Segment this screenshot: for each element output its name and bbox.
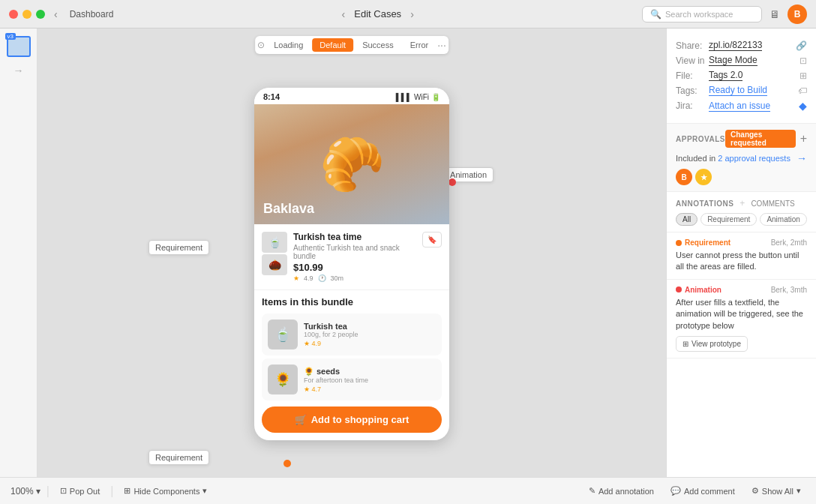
tag-name[interactable]: Ready to Build bbox=[709, 85, 767, 96]
product-title: Turkish tea time bbox=[293, 232, 416, 242]
view-row: View in Stage Mode ⊡ bbox=[676, 55, 807, 66]
bookmark-button[interactable]: 🔖 bbox=[422, 232, 442, 248]
user-avatar[interactable]: B bbox=[788, 4, 807, 24]
canvas-area: ⊙ Loading Default Success Error ··· Requ… bbox=[38, 28, 666, 477]
annotations-header: ANNOTATIONS + COMMENTS bbox=[676, 198, 807, 208]
loading-icon: ⊙ bbox=[257, 40, 265, 50]
req-dot-1 bbox=[676, 240, 682, 246]
stars-icon: ★ bbox=[293, 274, 299, 282]
filter-tab-animation[interactable]: Animation bbox=[760, 213, 806, 226]
jira-action[interactable]: Attach an issue bbox=[709, 100, 770, 112]
requirement-annotation-bottom: Requirement bbox=[148, 450, 209, 465]
bundle-item-img-2: 🌻 bbox=[268, 364, 298, 394]
bundle-item-name-1: Turkish tea bbox=[304, 322, 436, 331]
stage-mode-link[interactable]: Stage Mode bbox=[709, 55, 758, 66]
edit-cases-label: Edit Cases bbox=[354, 8, 401, 20]
phone-frame: 8:14 ▌▌▌ WiFi 🔋 🥐 Baklava 🍵 🌰 T bbox=[254, 88, 449, 440]
stage-mode-icon: ⊡ bbox=[800, 56, 807, 66]
tab-error[interactable]: Error bbox=[403, 38, 436, 52]
jira-label: Jira: bbox=[676, 100, 706, 111]
hero-image: 🥐 Baklava bbox=[254, 104, 449, 224]
add-comment-label: Add comment bbox=[684, 487, 735, 496]
comment-1-header: Requirement Berk, 2mth bbox=[676, 238, 807, 247]
search-bar[interactable]: 🔍 Search workspace bbox=[642, 6, 762, 22]
add-to-cart-button[interactable]: 🛒 Add to shopping cart bbox=[262, 406, 442, 433]
topbar-center: ‹ Edit Cases › bbox=[119, 7, 636, 22]
tab-success[interactable]: Success bbox=[355, 38, 401, 52]
main-layout: v3 → ⊙ Loading Default Success Error ···… bbox=[0, 28, 816, 477]
minimize-button[interactable] bbox=[22, 10, 32, 19]
share-link[interactable]: zpl.io/822133 bbox=[709, 40, 762, 51]
thumbnail-v3[interactable]: v3 bbox=[7, 36, 31, 57]
chevron-down-icon-2: ▾ bbox=[202, 486, 207, 496]
add-annotation-label: Add annotation bbox=[598, 487, 654, 496]
tags-row: Tags: Ready to Build 🏷 bbox=[676, 85, 807, 96]
back-button[interactable]: ‹ bbox=[51, 7, 61, 22]
share-section: Share: zpl.io/822133 🔗 View in Stage Mod… bbox=[667, 28, 816, 124]
share-label: Share: bbox=[676, 40, 706, 51]
file-name: Tags 2.0 bbox=[709, 70, 742, 81]
approver-avatar-2: ★ bbox=[695, 169, 712, 185]
share-row: Share: zpl.io/822133 🔗 bbox=[676, 40, 807, 51]
add-annotation-button[interactable]: ✎ Add annotation bbox=[584, 484, 658, 498]
left-sidebar: v3 → bbox=[0, 28, 38, 477]
next-button[interactable]: › bbox=[407, 7, 417, 22]
zoom-control[interactable]: 100% ▾ bbox=[10, 486, 40, 496]
approvals-header: APPROVALS Changes requested + bbox=[676, 130, 807, 148]
sunflower-icon: 🌻 bbox=[304, 367, 314, 376]
pop-out-button[interactable]: ⊡ Pop Out bbox=[56, 484, 104, 498]
tab-loading[interactable]: Loading bbox=[266, 38, 310, 52]
bundle-item-name-2: 🌻 seeds bbox=[304, 367, 436, 376]
bottom-right-controls: ✎ Add annotation 💬 Add comment ⚙ Show Al… bbox=[584, 484, 806, 498]
product-meta: ★ 4.9 🕐 30m bbox=[293, 274, 416, 282]
arrow-right-icon: → bbox=[796, 152, 807, 164]
link-icon: 🔗 bbox=[796, 40, 807, 51]
comments-label[interactable]: COMMENTS bbox=[751, 200, 794, 208]
approval-avatars: B ★ bbox=[676, 169, 807, 185]
search-placeholder: Search workspace bbox=[665, 10, 734, 19]
separator-1: | bbox=[46, 484, 50, 498]
stars-1: ★ bbox=[304, 340, 310, 347]
maximize-button[interactable] bbox=[36, 10, 45, 19]
components-icon: ⊞ bbox=[124, 486, 130, 496]
filter-tab-requirement[interactable]: Requirement bbox=[700, 213, 757, 226]
included-count-link[interactable]: 2 approval requests bbox=[718, 154, 790, 163]
separator-2: | bbox=[110, 484, 113, 498]
view-prototype-button[interactable]: ⊞ View prototype bbox=[676, 336, 748, 352]
right-panel: Share: zpl.io/822133 🔗 View in Stage Mod… bbox=[666, 28, 816, 477]
annotations-section: ANNOTATIONS + COMMENTS All Requirement A… bbox=[667, 192, 816, 232]
comment-2-type: Animation bbox=[676, 286, 722, 294]
prev-button[interactable]: ‹ bbox=[339, 7, 349, 22]
tags-label: Tags: bbox=[676, 86, 706, 96]
product-card: 🍵 🌰 Turkish tea time Authentic Turkish t… bbox=[254, 224, 449, 290]
show-all-button[interactable]: ⚙ Show All ▾ bbox=[747, 484, 806, 498]
add-approval-button[interactable]: + bbox=[800, 132, 807, 146]
prototype-icon: ⊞ bbox=[682, 340, 688, 348]
battery-icon: 🔋 bbox=[431, 93, 440, 101]
view-label: View in bbox=[676, 56, 706, 66]
close-button[interactable] bbox=[9, 10, 18, 19]
hide-components-button[interactable]: ⊞ Hide Components ▾ bbox=[119, 484, 212, 498]
show-all-label: Show All bbox=[762, 487, 794, 496]
jira-icon: ◆ bbox=[799, 100, 807, 112]
status-time: 8:14 bbox=[263, 92, 280, 101]
bottombar: 100% ▾ | ⊡ Pop Out | ⊞ Hide Components ▾… bbox=[0, 477, 816, 504]
animation-dot bbox=[448, 178, 456, 186]
bundle-item-desc-2: For aftertoon tea time bbox=[304, 376, 436, 384]
add-comment-button[interactable]: 💬 Add comment bbox=[666, 484, 740, 498]
hide-components-label: Hide Components bbox=[134, 487, 200, 496]
comment-1-type: Requirement bbox=[676, 238, 730, 247]
hero-label: Baklava bbox=[263, 201, 314, 217]
notifications-icon[interactable]: 🖥 bbox=[770, 8, 780, 20]
eye-icon: ⚙ bbox=[752, 486, 759, 496]
comment-2-text: After user fills a textfield, the animat… bbox=[676, 297, 807, 332]
chevron-down-icon: ▾ bbox=[36, 486, 40, 496]
bundle-item-rating-2: ★ 4.7 bbox=[304, 386, 436, 393]
filter-tab-all[interactable]: All bbox=[676, 213, 698, 226]
tab-default[interactable]: Default bbox=[312, 38, 353, 52]
zoom-value: 100% bbox=[10, 486, 34, 496]
product-thumb-2: 🌰 bbox=[262, 254, 287, 275]
status-icons: ▌▌▌ WiFi 🔋 bbox=[396, 93, 440, 101]
time-value: 30m bbox=[331, 274, 344, 282]
more-options-button[interactable]: ··· bbox=[437, 39, 446, 51]
